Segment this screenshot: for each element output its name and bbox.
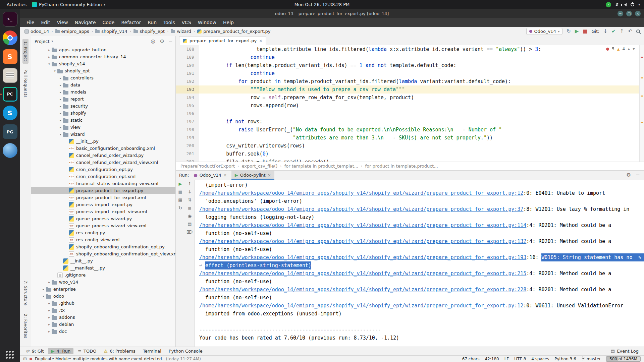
close-button[interactable]: × bbox=[635, 11, 641, 16]
breadcrumb-item[interactable]: prepare_product_for_export.py bbox=[197, 29, 271, 34]
chevron-collapsed-icon[interactable]: ▸ bbox=[58, 90, 63, 94]
tree-item[interactable]: process_import_export_view.xml bbox=[31, 208, 175, 215]
chevron-collapsed-icon[interactable]: ▸ bbox=[41, 288, 46, 291]
indentation[interactable]: 4 spaces bbox=[531, 357, 549, 361]
terminal-icon[interactable]: >_ bbox=[3, 12, 17, 26]
project-panel-title[interactable]: Project bbox=[35, 39, 49, 44]
stripe-7-structure[interactable]: 7: Structure bbox=[22, 278, 29, 308]
prev-error-icon[interactable]: ▲ bbox=[628, 47, 630, 51]
console-link[interactable]: /home/hareshm/workspace/odoo_14/emipro_a… bbox=[199, 205, 523, 213]
stop-icon[interactable]: ■ bbox=[583, 29, 587, 34]
hide-icon[interactable]: ─ bbox=[636, 173, 639, 178]
toolbar-tab-python-console[interactable]: Python Console bbox=[166, 348, 206, 354]
menu-help[interactable]: Help bbox=[220, 20, 237, 25]
menu-window[interactable]: Window bbox=[195, 20, 220, 25]
tree-item[interactable]: ▸view bbox=[31, 124, 175, 131]
stripe-mark[interactable] bbox=[641, 122, 643, 123]
settings-icon[interactable]: ⚙ bbox=[627, 173, 631, 178]
run-tab-icon[interactable]: ▶ bbox=[51, 349, 54, 354]
chevron-down-icon[interactable]: ▾ bbox=[51, 40, 53, 43]
tree-item[interactable]: ▸models bbox=[31, 88, 175, 96]
chevron-expanded-icon[interactable]: ▾ bbox=[47, 62, 52, 66]
console-link[interactable]: /home/hareshm/workspace/odoo_14/emipro_a… bbox=[199, 286, 526, 294]
layout-icon[interactable]: ▦ bbox=[178, 198, 182, 203]
tree-item[interactable]: ▸report bbox=[31, 96, 175, 103]
encoding[interactable]: UTF-8 bbox=[514, 357, 526, 361]
tree-item[interactable]: ▸common_connector_library_14 bbox=[31, 53, 175, 60]
chevron-collapsed-icon[interactable]: ▸ bbox=[47, 323, 52, 326]
tree-item[interactable]: ▸doc bbox=[31, 328, 175, 335]
pycharm-icon[interactable]: PC bbox=[3, 87, 17, 102]
run-tab-odoo-pylint[interactable]: ▶Odoo-pylint× bbox=[231, 171, 274, 180]
status-message[interactable]: Duplicate Module: multiple modules with … bbox=[35, 357, 163, 361]
chevron-collapsed-icon[interactable]: ▸ bbox=[58, 112, 63, 115]
maximize-button[interactable]: □ bbox=[626, 11, 632, 16]
stripe-1-project[interactable]: 1: Project bbox=[22, 39, 29, 64]
selection-info[interactable]: 67 chars bbox=[462, 357, 480, 361]
tree-item[interactable]: res_config.py bbox=[31, 229, 175, 236]
swap-icon[interactable]: ⇅ bbox=[188, 198, 192, 203]
menu-edit[interactable]: Edit bbox=[38, 20, 53, 25]
editor-breadcrumb-item[interactable]: for product in template.product... bbox=[365, 164, 438, 169]
tree-item[interactable]: res_config_view.xml bbox=[31, 236, 175, 243]
breadcrumb-item[interactable]: shopify_v14 bbox=[95, 29, 128, 34]
up-icon[interactable]: ↑ bbox=[188, 182, 192, 187]
minimize-button[interactable]: − bbox=[618, 11, 623, 16]
console-link[interactable]: /home/hareshm/workspace/odoo_14/emipro_a… bbox=[199, 221, 526, 229]
chrome-icon[interactable] bbox=[3, 31, 17, 45]
search-everywhere-icon[interactable] bbox=[636, 29, 640, 33]
tree-item[interactable]: ▸.tx bbox=[31, 307, 175, 314]
console-link[interactable]: /home/hareshm/workspace/odoo_14/emipro_a… bbox=[199, 302, 523, 310]
console-link[interactable]: /home/hareshm/workspace/odoo_14/emipro_a… bbox=[199, 269, 526, 278]
tree-item[interactable]: ▸woo_v14 bbox=[31, 279, 175, 286]
rollback-icon[interactable]: ↶ bbox=[628, 29, 632, 34]
app-menu[interactable]: PyCharm Community Edition ▾ bbox=[29, 2, 108, 7]
caret-position[interactable]: 42:180 bbox=[485, 357, 499, 361]
editor-breadcrumb-item[interactable]: PrepareProductForExport bbox=[180, 164, 235, 169]
tree-item[interactable]: ▸static bbox=[31, 117, 175, 124]
menu-vcs[interactable]: VCS bbox=[178, 20, 195, 25]
chevron-collapsed-icon[interactable]: ▸ bbox=[47, 309, 52, 312]
tree-item[interactable]: prepare_product_for_export.xml bbox=[31, 194, 175, 201]
chevron-collapsed-icon[interactable]: ▸ bbox=[58, 119, 63, 122]
chevron-collapsed-icon[interactable]: ▸ bbox=[58, 126, 63, 129]
orange-app-icon[interactable]: S bbox=[3, 49, 17, 64]
tree-item[interactable]: ▸debian bbox=[31, 321, 175, 328]
tree-item[interactable]: queue_process_wizard.py bbox=[31, 215, 175, 222]
close-icon[interactable]: × bbox=[259, 39, 262, 43]
power-icon[interactable] bbox=[631, 3, 634, 6]
locate-icon[interactable]: ◎ bbox=[151, 39, 155, 44]
todo-icon[interactable]: ≡ bbox=[78, 349, 82, 354]
network-icon[interactable]: ⇵ bbox=[615, 2, 619, 7]
print-icon[interactable]: ▤ bbox=[187, 222, 192, 227]
tree-item[interactable]: ▸apps_upgrade_button bbox=[31, 46, 175, 53]
tree-item[interactable]: ▸data bbox=[31, 81, 175, 88]
tree-item[interactable]: ▾odoo bbox=[31, 293, 175, 300]
tree-item[interactable]: ▾shopify_v14 bbox=[31, 60, 175, 67]
console-link[interactable]: /home/hareshm/workspace/odoo_14/emipro_a… bbox=[199, 189, 523, 197]
inspection-widget[interactable]: 5 ▲ 4 ▲ ▼ bbox=[604, 46, 637, 52]
volume-icon[interactable] bbox=[623, 3, 627, 6]
tree-item[interactable]: shopify_onboarding_confirmation_ept.py bbox=[31, 243, 175, 250]
stop-console-icon[interactable]: ■ bbox=[178, 190, 182, 195]
tool-window-switcher-icon[interactable]: ⊞ bbox=[23, 356, 27, 361]
chevron-collapsed-icon[interactable]: ▸ bbox=[47, 302, 52, 305]
tree-item[interactable]: ▸shopify bbox=[31, 110, 175, 117]
update-icon[interactable]: ↓ bbox=[603, 29, 608, 34]
breadcrumb-item[interactable]: shopify_ept bbox=[133, 29, 165, 34]
tree-item[interactable]: financial_status_onboarding_view.xml bbox=[31, 180, 175, 187]
tree-item[interactable]: __manifest__.py bbox=[31, 264, 175, 272]
tree-item[interactable]: __init__.py bbox=[31, 257, 175, 264]
menu-code[interactable]: Code bbox=[99, 20, 118, 25]
files-app-icon[interactable] bbox=[3, 68, 17, 83]
tree-item[interactable]: ▸controllers bbox=[31, 74, 175, 81]
tree-item[interactable]: queue_process_wizard_view.xml bbox=[31, 222, 175, 229]
chevron-collapsed-icon[interactable]: ▸ bbox=[58, 83, 63, 87]
console-link[interactable]: /home/hareshm/workspace/odoo_14/emipro_a… bbox=[199, 237, 526, 245]
tree-item[interactable]: cron_configuration_ept.xml bbox=[31, 173, 175, 180]
sync-icon[interactable]: ↻ bbox=[567, 29, 571, 34]
stripe-2-favorites[interactable]: 2: Favorites bbox=[22, 311, 29, 341]
error-stripe[interactable] bbox=[639, 45, 644, 162]
history-icon[interactable]: ↻ bbox=[178, 206, 182, 211]
event-log-icon[interactable]: ▤ bbox=[611, 349, 615, 354]
